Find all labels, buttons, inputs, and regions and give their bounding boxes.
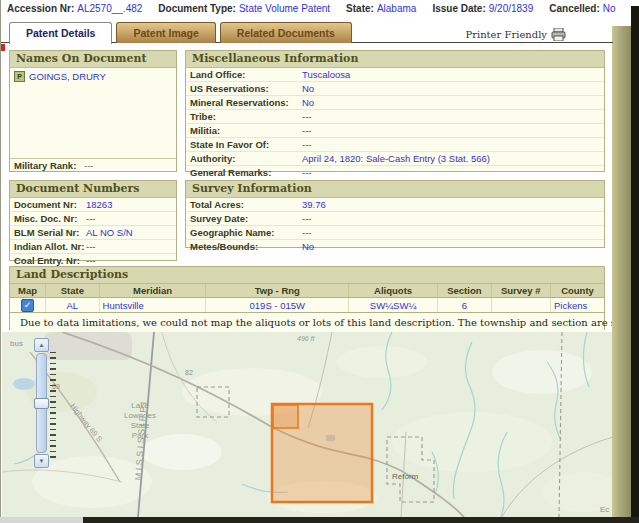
columbus-label: bus <box>10 339 23 348</box>
survey-info-panel: Survey Information Total Acres:39.76 Sur… <box>185 180 605 248</box>
field-label: Geographic Name: <box>190 227 302 238</box>
doctype-value: State Volume Patent <box>239 3 330 14</box>
patentee-name-link[interactable]: GOINGS, DRURY <box>29 71 106 82</box>
land-panel-title: Land Descriptions <box>10 267 604 284</box>
issuedate-label: Issue Date: <box>432 3 485 14</box>
field-row: State In Favor Of:--- <box>186 138 604 152</box>
names-on-document-panel: Names On Document P GOINGS, DRURY Milita… <box>9 50 177 172</box>
field-value: 18263 <box>86 199 112 210</box>
accession-label: Accession Nr: <box>7 3 74 14</box>
field-value: --- <box>302 227 312 238</box>
twp-rng-cell: 019S - 015W <box>206 298 349 313</box>
state-value: Alabama <box>377 3 416 14</box>
map-zoom-slider: ▲ ▼ <box>32 338 58 468</box>
section-highlight[interactable] <box>273 405 298 428</box>
page-content: Accession Nr:AL2570__.482 Document Type:… <box>0 0 612 517</box>
county-cell: Pickens <box>550 298 604 313</box>
field-label: Document Nr: <box>14 199 86 210</box>
tab-patent-details[interactable]: Patent Details <box>9 22 112 44</box>
map-canvas[interactable]: bus 496 ft 82 69 Highway 69 S Lake Lownd… <box>2 332 613 517</box>
field-value: --- <box>302 139 312 150</box>
col-section: Section <box>438 284 491 298</box>
echola-partial-label: Ec <box>600 505 609 514</box>
col-meridian: Meridian <box>99 284 206 298</box>
field-row: General Remarks:--- <box>186 166 604 179</box>
field-label: State In Favor Of: <box>190 139 302 150</box>
field-label: BLM Serial Nr: <box>14 227 86 238</box>
field-row: US Reservations:No <box>186 82 604 96</box>
patentee-icon: P <box>14 71 25 82</box>
field-value: --- <box>302 111 312 122</box>
route-82-label: 82 <box>185 369 193 376</box>
field-value: --- <box>302 167 312 178</box>
field-label: Tribe: <box>190 111 302 122</box>
survey-panel-title: Survey Information <box>186 181 604 198</box>
zoom-slider-handle[interactable] <box>34 398 49 409</box>
tab-patent-image[interactable]: Patent Image <box>116 22 215 43</box>
field-value: Tuscaloosa <box>302 69 350 80</box>
zoom-in-button[interactable]: ▲ <box>34 338 49 352</box>
zoom-in-icon: ▲ <box>39 342 45 348</box>
field-row: Militia:--- <box>186 124 604 138</box>
state-field: State:Alabama <box>346 3 416 14</box>
field-value: --- <box>86 241 96 252</box>
col-map: Map <box>10 284 46 298</box>
map-checkbox[interactable]: ✓ <box>21 299 34 312</box>
field-label: Mineral Reservations: <box>190 97 302 108</box>
record-header: Accession Nr:AL2570__.482 Document Type:… <box>7 3 616 14</box>
field-label: Land Office: <box>190 69 302 80</box>
reform-label: Reform <box>392 472 419 481</box>
field-value: April 24, 1820: Sale-Cash Entry (3 Stat.… <box>302 153 490 164</box>
field-label: Misc. Doc. Nr: <box>14 213 86 224</box>
zoom-slider-ticks <box>50 352 56 462</box>
names-panel-body: P GOINGS, DRURY Military Rank: --- <box>10 68 176 172</box>
state-cell: AL <box>46 298 99 313</box>
state-label: State: <box>346 3 374 14</box>
section-cell: 6 <box>438 298 491 313</box>
zoom-slider-track[interactable] <box>36 353 47 453</box>
military-rank-label: Military Rank: <box>14 160 84 171</box>
field-label: Indian Allot. Nr: <box>14 241 86 252</box>
misc-panel-title: Miscellaneous Information <box>186 51 604 68</box>
page-background-strip <box>612 26 631 517</box>
field-label: General Remarks: <box>190 167 302 178</box>
col-survey: Survey # <box>491 284 550 298</box>
cancelled-label: Cancelled: <box>549 3 600 14</box>
field-value: No <box>302 97 314 108</box>
field-row: Tribe:--- <box>186 110 604 124</box>
field-value: --- <box>86 255 96 266</box>
field-value: No <box>302 241 314 252</box>
field-value: AL NO S/N <box>86 227 133 238</box>
tab-related-documents[interactable]: Related Documents <box>220 22 352 43</box>
zoom-out-button[interactable]: ▼ <box>34 454 49 468</box>
field-label: Militia: <box>190 125 302 136</box>
names-panel-title: Names On Document <box>10 51 176 68</box>
field-row: Indian Allot. Nr:--- <box>10 240 176 254</box>
survey-cell <box>491 298 550 313</box>
map-cell: ✓ <box>10 298 46 313</box>
issuedate-field: Issue Date:9/20/1839 <box>432 3 533 14</box>
document-numbers-panel: Document Numbers Document Nr:18263 Misc.… <box>9 180 177 261</box>
land-descriptions-panel: Land Descriptions Map State Meridian Twp… <box>9 266 605 330</box>
field-row: Authority:April 24, 1820: Sale-Cash Entr… <box>186 152 604 166</box>
accession-value: AL2570__.482 <box>77 3 142 14</box>
printer-friendly[interactable]: Printer Friendly <box>465 28 566 41</box>
printer-icon <box>551 28 566 41</box>
glo-patent-details-page: Accession Nr:AL2570__.482 Document Type:… <box>0 0 639 523</box>
patentee-row: P GOINGS, DRURY <box>10 68 176 85</box>
window-edge-right <box>631 6 639 523</box>
field-value: 39.76 <box>302 199 326 210</box>
doctype-label: Document Type: <box>158 3 236 14</box>
land-table-row: ✓ AL Huntsville 019S - 015W SW¼SW¼ 6 Pic… <box>10 298 604 313</box>
field-row: BLM Serial Nr:AL NO S/N <box>10 226 176 240</box>
field-label: Survey Date: <box>190 213 302 224</box>
window-edge-bottom <box>83 517 639 523</box>
field-value: --- <box>86 213 96 224</box>
basemap: bus 496 ft 82 69 Highway 69 S Lake Lownd… <box>2 332 613 517</box>
tab-bar: Patent Details Patent Image Related Docu… <box>9 22 352 43</box>
military-rank-row: Military Rank: --- <box>10 158 176 172</box>
warning-text: Due to data limitations, we could not ma… <box>20 317 639 328</box>
field-row: Land Office:Tuscaloosa <box>186 68 604 82</box>
field-label: Total Acres: <box>190 199 302 210</box>
field-value: --- <box>302 125 312 136</box>
